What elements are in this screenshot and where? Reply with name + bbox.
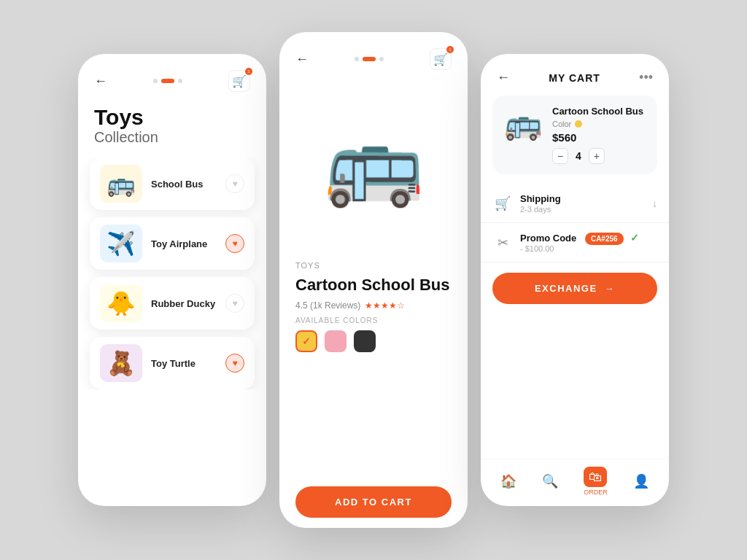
nav-search[interactable]: 🔍 <box>542 473 558 489</box>
color-text-label: Color <box>552 120 571 128</box>
qty-increase-button[interactable]: + <box>589 148 605 164</box>
rating-text: 4.5 (1k Reviews) <box>295 300 360 311</box>
dot-1 <box>153 79 158 83</box>
product-detail-section: Toys Cartoon School Bus 4.5 (1k Reviews)… <box>279 251 468 528</box>
cart-item-color-row: Color <box>552 120 647 128</box>
swatch-check-0: ✓ <box>302 335 311 347</box>
toys-collection-screen: ← 🛒 1 Toys Collection 🚌 School Bus ♥ ✈️ … <box>78 54 266 506</box>
shipping-label: Shipping <box>520 193 645 204</box>
promo-code-badge: CA#256 <box>585 233 624 245</box>
color-swatch-2[interactable] <box>354 330 376 352</box>
cart-screen: ← MY CART ••• 🚌 Cartoon School Bus Color… <box>481 54 669 506</box>
color-swatch-1[interactable] <box>325 330 347 352</box>
more-options-button[interactable]: ••• <box>639 70 653 85</box>
qty-decrease-button[interactable]: − <box>552 148 568 164</box>
product-card[interactable]: ✈️ Toy Airplane ♥ <box>90 217 255 270</box>
dot-2-active <box>363 57 376 61</box>
product-name-1: Toy Airplane <box>151 238 217 249</box>
add-to-cart-button[interactable]: ADD TO CART <box>295 486 452 518</box>
cart-title: MY CART <box>549 72 600 84</box>
shipping-row: 🛒 Shipping 2-3 days ↓ <box>481 184 669 223</box>
color-label: AVAILABLE COLORS <box>295 316 452 324</box>
promo-label: Promo Code CA#256 ✓ <box>520 232 657 244</box>
color-swatches: ✓ <box>295 330 452 352</box>
color-section: AVAILABLE COLORS ✓ <box>295 316 452 352</box>
product-name-3: Toy Turtle <box>151 358 217 369</box>
home-icon: 🏠 <box>500 473 516 489</box>
dot-3 <box>178 79 182 83</box>
cart-item-name: Cartoon School Bus <box>552 106 647 117</box>
shipping-expand-button[interactable]: ↓ <box>652 198 657 209</box>
exchange-arrow-icon: → <box>605 283 616 294</box>
promo-icon: ✂ <box>492 235 513 251</box>
product-image-3: 🧸 <box>100 344 142 382</box>
dot-active <box>161 79 174 83</box>
product-card[interactable]: 🐥 Rubber Ducky ♥ <box>90 277 255 330</box>
screen1-header: ← 🛒 1 <box>78 54 266 98</box>
product-list: 🚌 School Bus ♥ ✈️ Toy Airplane ♥ 🐥 Rubbe… <box>78 158 266 389</box>
screen2-header: ← 🛒 1 <box>279 32 468 76</box>
cart-color-dot <box>575 120 582 128</box>
stars: ★★★★☆ <box>365 300 405 311</box>
cart-badge: 1 <box>245 68 252 75</box>
nav-profile[interactable]: 👤 <box>633 473 649 489</box>
cart-item-card: 🚌 Cartoon School Bus Color $560 − 4 + <box>492 96 657 174</box>
color-swatch-0[interactable]: ✓ <box>295 330 317 352</box>
order-icon-wrapper: 🛍 <box>584 467 607 487</box>
heart-button-2[interactable]: ♥ <box>225 294 244 313</box>
pagination-dots <box>153 79 182 83</box>
cart-item-info: Cartoon School Bus Color $560 − 4 + <box>552 106 647 164</box>
exchange-button[interactable]: EXCHANGE → <box>492 273 657 304</box>
profile-icon: 👤 <box>633 473 649 489</box>
product-card[interactable]: 🚌 School Bus ♥ <box>90 158 255 210</box>
cart-icon: 🛒 <box>232 74 247 88</box>
cart-button[interactable]: 🛒 1 <box>228 70 250 92</box>
cart-icon-2: 🛒 <box>433 52 448 66</box>
product-image-1: ✈️ <box>100 225 142 262</box>
promo-content: Promo Code CA#256 ✓ - $100.00 <box>520 232 657 253</box>
heart-icon-2: ♥ <box>232 298 237 308</box>
nav-home[interactable]: 🏠 <box>500 473 516 489</box>
promo-row: ✂ Promo Code CA#256 ✓ - $100.00 <box>481 223 669 262</box>
heart-button-0[interactable]: ♥ <box>225 174 244 193</box>
back-button[interactable]: ← <box>94 74 107 89</box>
product-name-2: Rubber Ducky <box>151 298 217 309</box>
promo-check-icon: ✓ <box>630 232 639 244</box>
screen3-header: ← MY CART ••• <box>481 54 669 96</box>
nav-order[interactable]: 🛍 ORDER <box>584 467 608 496</box>
product-hero-image: 🚌 <box>279 76 468 251</box>
cart-button-2[interactable]: 🛒 1 <box>430 48 452 70</box>
product-image-2: 🐥 <box>100 284 142 322</box>
exchange-label: EXCHANGE <box>535 283 597 294</box>
product-title: Cartoon School Bus <box>295 276 452 295</box>
cart-item-price: $560 <box>552 131 647 144</box>
back-button-3[interactable]: ← <box>497 70 510 85</box>
product-card[interactable]: 🧸 Toy Turtle ♥ <box>90 337 255 389</box>
dot-2-3 <box>379 57 384 61</box>
heart-icon-1: ♥ <box>232 238 237 249</box>
rating-row: 4.5 (1k Reviews) ★★★★☆ <box>295 300 452 311</box>
cart-item-image: 🚌 <box>503 106 543 141</box>
heart-icon-0: ♥ <box>232 179 237 189</box>
pagination-dots-2 <box>355 57 384 61</box>
product-name-0: School Bus <box>151 179 217 190</box>
quantity-control: − 4 + <box>552 148 647 164</box>
shipping-icon: 🛒 <box>492 195 513 211</box>
bottom-navigation: 🏠 🔍 🛍 ORDER 👤 <box>481 459 669 506</box>
order-icon: 🛍 <box>589 470 602 485</box>
shipping-sub: 2-3 days <box>520 205 645 214</box>
search-icon: 🔍 <box>542 473 558 489</box>
qty-value: 4 <box>576 150 581 162</box>
collection-title-main: Toys <box>94 105 250 129</box>
cart-badge-2: 1 <box>446 46 454 53</box>
order-label: ORDER <box>584 489 608 496</box>
heart-button-1[interactable]: ♥ <box>225 234 244 253</box>
promo-discount: - $100.00 <box>520 244 657 253</box>
collection-title-sub: Collection <box>94 129 250 146</box>
heart-icon-3: ♥ <box>232 358 237 368</box>
product-category: Toys <box>295 261 452 270</box>
heart-button-3[interactable]: ♥ <box>225 354 244 373</box>
back-button-2[interactable]: ← <box>295 52 309 67</box>
title-section: Toys Collection <box>78 98 266 158</box>
product-image-0: 🚌 <box>100 165 142 203</box>
